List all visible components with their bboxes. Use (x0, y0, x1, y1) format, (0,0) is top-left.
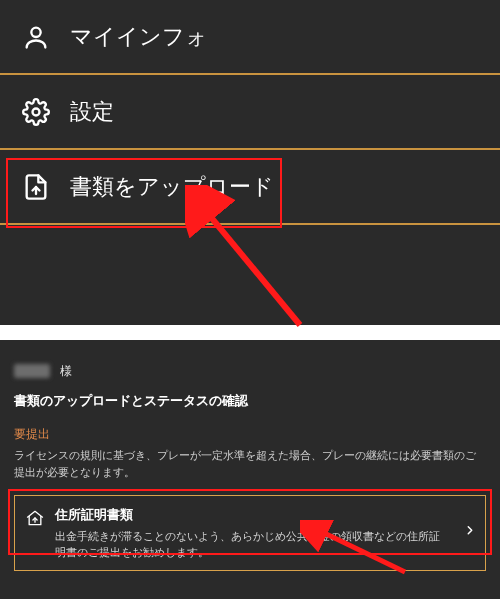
menu-label: マイインフォ (70, 22, 208, 52)
username-redacted (14, 364, 50, 378)
honorific: 様 (60, 362, 72, 381)
image-separator (0, 325, 500, 340)
card-description: 出金手続きが滞ることのないよう、あらかじめ公共料金の領収書などの住所証明書のご提… (55, 528, 449, 561)
required-label: 要提出 (14, 425, 486, 444)
chevron-right-icon (463, 524, 477, 544)
menu-item-upload[interactable]: 書類をアップロード (0, 150, 500, 223)
svg-point-0 (31, 28, 40, 37)
house-upload-icon (25, 508, 45, 528)
menu-label: 設定 (70, 97, 114, 127)
user-greeting: 様 (14, 362, 486, 381)
menu-label: 書類をアップロード (70, 172, 274, 202)
menu-item-settings[interactable]: 設定 (0, 75, 500, 148)
user-icon (20, 21, 52, 53)
section-heading: 書類のアップロードとステータスの確認 (14, 391, 486, 411)
sidebar-menu: マイインフォ 設定 書類をアップロード (0, 0, 500, 325)
file-upload-icon (20, 171, 52, 203)
card-title: 住所証明書類 (55, 506, 449, 525)
license-notice: ライセンスの規則に基づき、プレーが一定水準を超えた場合、プレーの継続には必要書類… (14, 447, 486, 481)
document-card-address-proof[interactable]: 住所証明書類 出金手続きが滞ることのないよう、あらかじめ公共料金の領収書などの住… (14, 495, 486, 571)
document-upload-panel: 様 書類のアップロードとステータスの確認 要提出 ライセンスの規則に基づき、プレ… (0, 340, 500, 599)
menu-item-myinfo[interactable]: マイインフォ (0, 0, 500, 73)
gear-icon (20, 96, 52, 128)
svg-point-1 (33, 109, 40, 116)
